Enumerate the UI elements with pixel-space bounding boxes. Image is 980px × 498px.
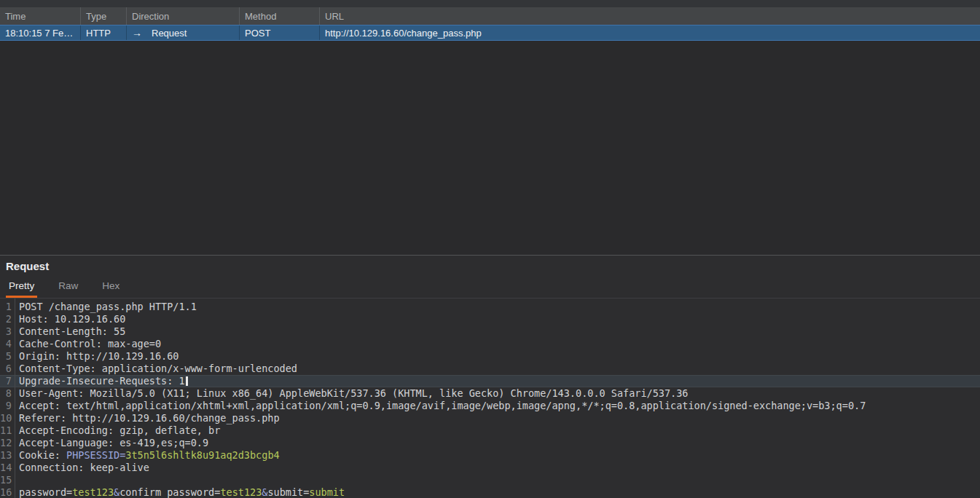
- line-code: Cookie: PHPSESSID=3t5n5l6shltk8u91aq2d3b…: [12, 449, 280, 462]
- line-number: 4: [0, 338, 12, 350]
- code-token: Connection: keep-alive: [19, 462, 149, 473]
- code-token: Accept-Language: es-419,es;q=0.9: [19, 437, 208, 448]
- http-log-table: Time Type Direction Method URL 18:10:15 …: [0, 0, 980, 255]
- editor-line[interactable]: 13Cookie: PHPSESSID=3t5n5l6shltk8u91aq2d…: [0, 449, 980, 462]
- line-number: 14: [0, 462, 12, 474]
- column-header-url[interactable]: URL: [320, 7, 980, 25]
- line-number: 10: [0, 412, 12, 424]
- line-code: Accept-Language: es-419,es;q=0.9: [12, 437, 208, 449]
- editor-line[interactable]: 7Upgrade-Insecure-Requests: 1: [0, 375, 980, 387]
- tab-hex[interactable]: Hex: [99, 280, 122, 298]
- code-token: Cache-Control: max-age=0: [19, 338, 161, 349]
- row-cell-type: HTTP: [81, 25, 127, 40]
- line-code: password=test123&confirm_password=test12…: [12, 486, 345, 498]
- code-token: Upgrade-Insecure-Requests: 1: [19, 375, 185, 387]
- line-code: Cache-Control: max-age=0: [12, 338, 161, 350]
- line-code: Accept: text/html,application/xhtml+xml,…: [12, 400, 866, 412]
- code-token: submit=: [267, 486, 309, 498]
- editor-line[interactable]: 2Host: 10.129.16.60: [0, 313, 980, 325]
- line-number: 13: [0, 449, 12, 462]
- editor-line[interactable]: 10Referer: http://10.129.16.60/change_pa…: [0, 412, 980, 424]
- table-empty-area[interactable]: [0, 41, 980, 255]
- request-panel: Request Pretty Raw Hex 1POST /change_pas…: [0, 255, 980, 498]
- text-caret-icon: [186, 376, 188, 386]
- code-token: confirm_password=: [119, 486, 220, 498]
- code-token: Content-Type: application/x-www-form-url…: [19, 363, 297, 374]
- code-token: Content-Length: 55: [19, 325, 125, 337]
- column-header-type[interactable]: Type: [81, 7, 127, 25]
- code-token: &: [114, 486, 119, 498]
- editor-line[interactable]: 8User-Agent: Mozilla/5.0 (X11; Linux x86…: [0, 387, 980, 400]
- line-code: Origin: http://10.129.16.60: [12, 350, 179, 363]
- gutter-separator: [15, 299, 15, 498]
- line-number: 2: [0, 313, 12, 325]
- line-number: 12: [0, 437, 12, 449]
- tab-pretty[interactable]: Pretty: [6, 280, 37, 298]
- editor-line[interactable]: 3Content-Length: 55: [0, 325, 980, 338]
- editor-line[interactable]: 12Accept-Language: es-419,es;q=0.9: [0, 437, 980, 449]
- code-token: Accept: text/html,application/xhtml+xml,…: [19, 400, 866, 411]
- code-token: test123: [72, 486, 114, 498]
- code-token: test123: [220, 486, 262, 498]
- line-code: Host: 10.129.16.60: [12, 313, 125, 325]
- request-editor[interactable]: 1POST /change_pass.php HTTP/1.12Host: 10…: [0, 299, 980, 498]
- request-arrow-icon: →: [132, 27, 142, 39]
- line-code: Accept-Encoding: gzip, deflate, br: [12, 424, 220, 437]
- line-code: Referer: http://10.129.16.60/change_pass…: [12, 412, 280, 424]
- proxy-http-history-window: Time Type Direction Method URL 18:10:15 …: [0, 0, 980, 498]
- editor-line[interactable]: 14Connection: keep-alive: [0, 462, 980, 474]
- editor-line[interactable]: 6Content-Type: application/x-www-form-ur…: [0, 363, 980, 375]
- request-view-tabs: Pretty Raw Hex: [0, 274, 980, 299]
- column-header-direction[interactable]: Direction: [127, 7, 240, 25]
- line-number: 7: [0, 375, 12, 387]
- line-code: Connection: keep-alive: [12, 462, 149, 474]
- code-token: POST /change_pass.php HTTP/1.1: [19, 301, 197, 312]
- request-panel-title: Request: [0, 256, 980, 274]
- code-token: submit: [309, 486, 345, 498]
- code-token: Accept-Encoding: gzip, deflate, br: [19, 424, 220, 436]
- code-token: Cookie:: [19, 449, 66, 461]
- editor-line[interactable]: 9Accept: text/html,application/xhtml+xml…: [0, 400, 980, 412]
- line-code: [12, 474, 19, 486]
- line-code: Content-Type: application/x-www-form-url…: [12, 363, 297, 375]
- line-code: User-Agent: Mozilla/5.0 (X11; Linux x86_…: [12, 387, 688, 400]
- line-code: Upgrade-Insecure-Requests: 1: [12, 375, 188, 387]
- line-code: POST /change_pass.php HTTP/1.1: [12, 301, 197, 313]
- code-token: PHPSESSID=: [66, 449, 125, 461]
- row-cell-time: 18:10:15 7 Fe…: [0, 25, 81, 40]
- editor-line[interactable]: 4Cache-Control: max-age=0: [0, 338, 980, 350]
- row-cell-method: POST: [240, 25, 320, 40]
- row-cell-url: http://10.129.16.60/change_pass.php: [320, 25, 980, 40]
- line-number: 5: [0, 350, 12, 363]
- code-token: password=: [19, 486, 72, 498]
- line-number: 15: [0, 474, 12, 486]
- editor-line[interactable]: 15: [0, 474, 980, 486]
- code-token: 3t5n5l6shltk8u91aq2d3bcgb4: [125, 449, 279, 461]
- line-number: 9: [0, 400, 12, 412]
- code-token: Referer: http://10.129.16.60/change_pass…: [19, 412, 280, 424]
- line-number: 1: [0, 301, 12, 313]
- row-cell-direction: → Request: [127, 25, 240, 40]
- tab-raw[interactable]: Raw: [55, 280, 81, 298]
- line-code: Content-Length: 55: [12, 325, 125, 338]
- row-direction-label: Request: [152, 28, 187, 39]
- editor-line[interactable]: 11Accept-Encoding: gzip, deflate, br: [0, 424, 980, 437]
- table-top-strip: [0, 0, 980, 7]
- code-token: User-Agent: Mozilla/5.0 (X11; Linux x86_…: [19, 387, 688, 399]
- line-number: 16: [0, 486, 12, 498]
- column-header-method[interactable]: Method: [240, 7, 320, 25]
- code-token: Origin: http://10.129.16.60: [19, 350, 179, 362]
- column-header-time[interactable]: Time: [0, 7, 81, 25]
- table-row[interactable]: 18:10:15 7 Fe… HTTP → Request POST http:…: [0, 25, 980, 41]
- line-number: 6: [0, 363, 12, 375]
- editor-line[interactable]: 1POST /change_pass.php HTTP/1.1: [0, 301, 980, 313]
- line-number: 3: [0, 325, 12, 338]
- editor-line[interactable]: 5Origin: http://10.129.16.60: [0, 350, 980, 363]
- editor-line[interactable]: 16password=test123&confirm_password=test…: [0, 486, 980, 498]
- code-token: Host: 10.129.16.60: [19, 313, 125, 325]
- line-number: 8: [0, 387, 12, 400]
- line-number: 11: [0, 424, 12, 437]
- table-header-row: Time Type Direction Method URL: [0, 7, 980, 25]
